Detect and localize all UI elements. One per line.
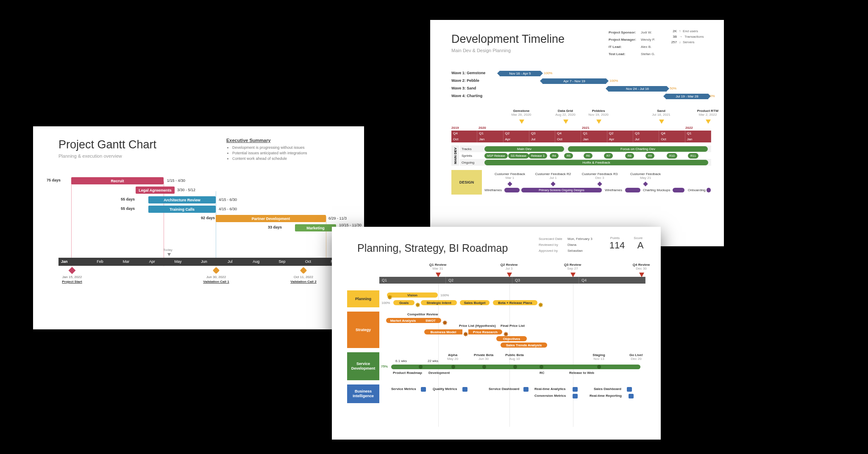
card1-title: Project Gantt Chart <box>58 138 156 151</box>
bar-partner: Partner Development <box>216 215 326 222</box>
bar-recruit: Recruit <box>71 177 164 184</box>
arrow-down-icon: ↓ <box>679 39 681 45</box>
milestone-gemstone: GemstoneMar 28, 2020 <box>506 109 536 117</box>
wave-bar-2: Apr 7 - Nov 19 <box>542 78 606 84</box>
development-timeline-card: Development Timeline Main Dev & Design P… <box>430 20 724 246</box>
arrow-up-icon: ↑ <box>679 28 681 34</box>
track-maindev: Main Dev <box>484 146 564 152</box>
wave-bar-3: Nov 24 - Jul 16 <box>608 86 667 92</box>
ongoing-bar: Hotfix & Feedback <box>484 160 708 165</box>
gear-icon: ✸ <box>538 301 543 309</box>
milestone-dot-icon <box>419 365 423 369</box>
arrow-right-icon: → <box>679 34 682 39</box>
today-marker-icon <box>167 253 171 256</box>
bi-chip-icon <box>421 387 426 392</box>
diamond-icon <box>507 181 512 186</box>
card3-title: Planning, Strategy, BI Roadmap <box>357 242 508 254</box>
milestone-icon-start <box>69 267 76 274</box>
today-label: Today <box>159 248 176 252</box>
wave-bar-1: Nov 16 - Apr 5 <box>500 71 540 76</box>
gear-icon: ✸ <box>442 319 448 327</box>
duration-label: 75 days <box>47 178 61 182</box>
project-gantt-card: Project Gantt Chart Planning & execution… <box>33 126 364 329</box>
month-labels: Jan Feb Mar Apr May Jun Jul Aug Sep Oct … <box>58 258 347 266</box>
design-lane-label: DESIGN <box>451 170 482 195</box>
card2-title: Development Timeline <box>451 33 565 46</box>
maindev-lane-label: MAIN DEV <box>451 145 459 166</box>
gear-icon: ✸ <box>387 293 392 301</box>
bar-marketing: Marketing <box>295 224 336 231</box>
card2-subtitle: Main Dev & Design Planning <box>451 48 511 53</box>
bar-training: Training Calls <box>148 206 216 213</box>
bar-legal: Legal Agreements <box>136 187 175 194</box>
lane-service: Service Development <box>347 352 379 380</box>
milestone-icon-vc2 <box>300 267 307 274</box>
quarter-row: Q4Q1Q2Q3Q4Q1Q2Q3Q4Q1 <box>451 131 711 136</box>
milestone-icon-vc1 <box>213 267 220 274</box>
card1-subtitle: Planning & execution overview <box>58 153 122 159</box>
bar-arch: Architecture Review <box>148 196 216 203</box>
month-row: OctJanAprJulOctJanAprJulOctJan <box>451 136 711 142</box>
lane-strategy: Strategy <box>347 312 379 348</box>
milestone-marker-icon <box>519 120 524 124</box>
lane-planning: Planning <box>347 290 379 307</box>
exec-summary-list: Development is progressing without issue… <box>226 145 307 162</box>
exec-summary-heading: Executive Summary <box>226 138 271 143</box>
wave-bar-4: Jul 19 - Mar 28 <box>666 94 708 99</box>
project-meta: Project Sponsor:Jodi W. Project Manager:… <box>607 28 659 58</box>
lane-bi: Business Intelligence <box>347 384 379 403</box>
track-charting: Focus on Charting Dev <box>568 146 708 152</box>
project-stats: 2K↑End users 3B→Transactions 257↓Servers <box>668 28 704 45</box>
bar-vision: Vision <box>387 292 438 298</box>
quarter-axis: Q1 Q2 Q3 Q4 <box>379 277 645 284</box>
scorecard-values: PointsScore 114A <box>603 236 650 251</box>
gear-icon: ✸ <box>463 330 468 338</box>
scorecard-meta: Scorecard DateMon, February 3 Reviewed b… <box>539 236 598 254</box>
roadmap-card: Planning, Strategy, BI Roadmap Scorecard… <box>332 227 661 440</box>
gear-icon: ✸ <box>415 301 420 309</box>
